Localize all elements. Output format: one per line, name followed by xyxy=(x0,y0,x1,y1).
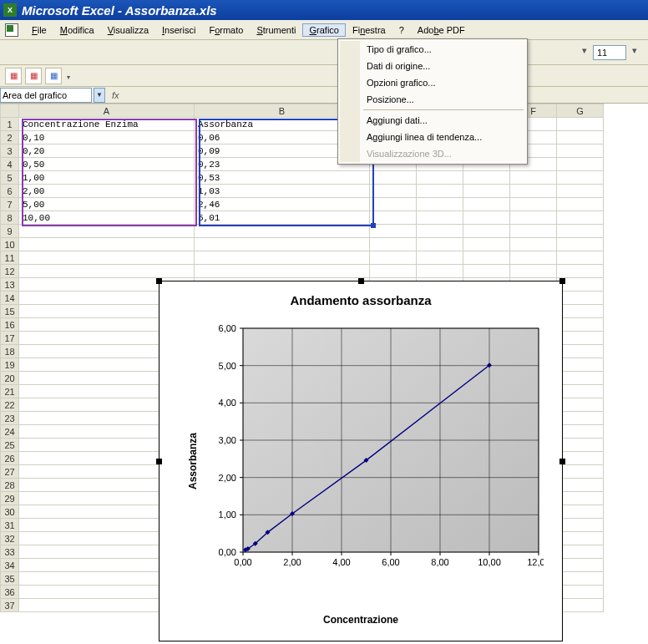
row-header-5[interactable]: 5 xyxy=(1,171,19,185)
font-size-input[interactable] xyxy=(593,45,626,60)
row-header-7[interactable]: 7 xyxy=(1,198,19,211)
cell-E9[interactable] xyxy=(463,225,510,238)
row-header-31[interactable]: 31 xyxy=(1,519,19,532)
resize-handle[interactable] xyxy=(358,278,364,284)
document-icon[interactable] xyxy=(5,23,18,37)
cell-G6[interactable] xyxy=(557,185,604,198)
cell-B6[interactable]: 1,03 xyxy=(195,185,370,198)
cell-G30[interactable] xyxy=(557,505,604,519)
cell-C8[interactable] xyxy=(370,211,417,225)
cell-G23[interactable] xyxy=(557,412,604,425)
cell-G34[interactable] xyxy=(557,559,604,572)
row-header-18[interactable]: 18 xyxy=(1,345,19,358)
cell-F6[interactable] xyxy=(510,185,557,198)
cell-A6[interactable]: 2,00 xyxy=(19,185,195,198)
cell-A8[interactable]: 10,00 xyxy=(19,211,195,225)
cell-F9[interactable] xyxy=(510,225,557,238)
cell-D10[interactable] xyxy=(417,238,463,251)
cell-B9[interactable] xyxy=(195,225,370,238)
row-header-32[interactable]: 32 xyxy=(1,532,19,545)
row-header-15[interactable]: 15 xyxy=(1,305,19,318)
cell-D6[interactable] xyxy=(417,185,463,198)
cell-B7[interactable]: 2,46 xyxy=(195,198,370,211)
cell-G17[interactable] xyxy=(557,332,604,345)
pdf-button-1[interactable]: ▦ xyxy=(5,68,22,84)
cell-G33[interactable] xyxy=(557,545,604,559)
cell-A7[interactable]: 5,00 xyxy=(19,198,195,211)
cell-C12[interactable] xyxy=(370,265,417,278)
cell-B10[interactable] xyxy=(195,238,370,251)
cell-F12[interactable] xyxy=(510,265,557,278)
cell-G35[interactable] xyxy=(557,572,604,586)
cell-G8[interactable] xyxy=(557,211,604,225)
cell-C10[interactable] xyxy=(370,238,417,251)
cell-A5[interactable]: 1,00 xyxy=(19,171,195,185)
cell-G21[interactable] xyxy=(557,385,604,398)
row-header-21[interactable]: 21 xyxy=(1,385,19,398)
cell-G25[interactable] xyxy=(557,439,604,452)
cell-G19[interactable] xyxy=(557,358,604,372)
cell-G9[interactable] xyxy=(557,225,604,238)
cell-E8[interactable] xyxy=(463,211,510,225)
row-header-9[interactable]: 9 xyxy=(1,225,19,238)
menu-item-aggiungi-dati[interactable]: Aggiungi dati... xyxy=(340,112,525,129)
cell-G16[interactable] xyxy=(557,318,604,332)
menu-modifica[interactable]: Modifica xyxy=(53,23,101,37)
cell-E11[interactable] xyxy=(463,251,510,265)
cell-E6[interactable] xyxy=(463,185,510,198)
row-header-20[interactable]: 20 xyxy=(1,372,19,385)
resize-handle[interactable] xyxy=(156,278,162,284)
cell-D8[interactable] xyxy=(417,211,463,225)
cell-C11[interactable] xyxy=(370,251,417,265)
dropdown-icon[interactable]: ▾ xyxy=(580,45,590,60)
cell-D11[interactable] xyxy=(417,251,463,265)
cell-F7[interactable] xyxy=(510,198,557,211)
row-header-16[interactable]: 16 xyxy=(1,318,19,332)
cell-C9[interactable] xyxy=(370,225,417,238)
cell-G24[interactable] xyxy=(557,425,604,439)
menu-help[interactable]: ? xyxy=(392,23,411,37)
cell-F5[interactable] xyxy=(510,171,557,185)
cell-A1[interactable]: Concentrazione Enzima xyxy=(19,118,195,131)
name-box[interactable] xyxy=(0,88,92,103)
cell-G15[interactable] xyxy=(557,305,604,318)
row-header-3[interactable]: 3 xyxy=(1,145,19,158)
cell-G1[interactable] xyxy=(557,118,604,131)
row-header-14[interactable]: 14 xyxy=(1,292,19,305)
cell-A4[interactable]: 0,50 xyxy=(19,158,195,171)
menu-finestra[interactable]: Finestra xyxy=(346,23,392,37)
cell-G36[interactable] xyxy=(557,586,604,599)
cell-G22[interactable] xyxy=(557,398,604,412)
row-header-24[interactable]: 24 xyxy=(1,425,19,439)
embedded-chart[interactable]: Andamento assorbanza Assorbanza 0,002,00… xyxy=(159,281,563,641)
cell-D9[interactable] xyxy=(417,225,463,238)
cell-D7[interactable] xyxy=(417,198,463,211)
cell-A2[interactable]: 0,10 xyxy=(19,131,195,145)
cell-G4[interactable] xyxy=(557,158,604,171)
pdf-button-2[interactable]: ▦ xyxy=(25,68,42,84)
menu-visualizza[interactable]: Visualizza xyxy=(101,23,155,37)
resize-handle[interactable] xyxy=(156,459,162,464)
cell-E12[interactable] xyxy=(463,265,510,278)
menu-file[interactable]: File xyxy=(25,23,53,37)
resize-handle[interactable] xyxy=(559,459,565,464)
row-header-11[interactable]: 11 xyxy=(1,251,19,265)
menu-adobe[interactable]: Adobe PDF xyxy=(411,23,472,37)
cell-E5[interactable] xyxy=(463,171,510,185)
menu-item-dati-origine[interactable]: Dati di origine... xyxy=(340,58,525,74)
cell-C6[interactable] xyxy=(370,185,417,198)
cell-D12[interactable] xyxy=(417,265,463,278)
dropdown-icon[interactable]: ▾ xyxy=(630,45,640,60)
row-header-6[interactable]: 6 xyxy=(1,185,19,198)
row-header-22[interactable]: 22 xyxy=(1,398,19,412)
cell-A9[interactable] xyxy=(19,225,195,238)
row-header-25[interactable]: 25 xyxy=(1,439,19,452)
cell-G32[interactable] xyxy=(557,532,604,545)
cell-G20[interactable] xyxy=(557,372,604,385)
cell-G7[interactable] xyxy=(557,198,604,211)
row-header-35[interactable]: 35 xyxy=(1,572,19,586)
column-header-G[interactable]: G xyxy=(557,104,604,118)
resize-handle[interactable] xyxy=(559,278,565,284)
menu-item-tipo-grafico[interactable]: Tipo di grafico... xyxy=(340,41,525,58)
row-header-19[interactable]: 19 xyxy=(1,358,19,372)
